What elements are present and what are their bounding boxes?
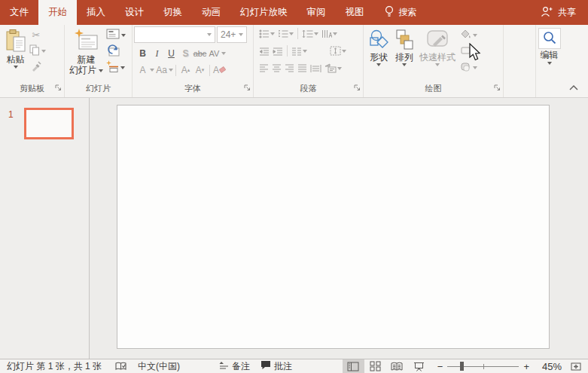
arrange-button[interactable]: 排列: [391, 26, 417, 66]
collapse-ribbon-button[interactable]: [569, 82, 578, 93]
font-name-dropdown-arrow-icon[interactable]: [207, 33, 212, 36]
quick-styles-button[interactable]: 快速样式: [417, 26, 458, 66]
decrease-indent-button[interactable]: [257, 44, 271, 59]
comments-button[interactable]: 批注: [260, 360, 292, 373]
decrease-font-size-button[interactable]: A▾: [193, 63, 207, 78]
slide-number: 1: [8, 109, 14, 120]
tab-transitions[interactable]: 切换: [154, 0, 192, 25]
change-case-dropdown-arrow-icon[interactable]: [169, 69, 173, 72]
text-direction-button[interactable]: [320, 26, 339, 41]
normal-view-button[interactable]: [343, 359, 364, 373]
font-size-combobox[interactable]: 24+: [217, 26, 247, 43]
search-box[interactable]: 搜索: [374, 0, 427, 25]
tab-design[interactable]: 设计: [115, 0, 154, 25]
bullets-button[interactable]: [257, 26, 276, 41]
tab-animations[interactable]: 动画: [192, 0, 230, 25]
font-dialog-launcher-icon[interactable]: [244, 83, 251, 93]
shapes-button[interactable]: 形状: [366, 26, 391, 66]
spell-check-button[interactable]: [115, 362, 126, 371]
align-right-button[interactable]: [283, 61, 296, 76]
increase-indent-button[interactable]: [271, 44, 285, 59]
search-magnifier-icon: [542, 30, 557, 47]
line-spacing-button[interactable]: [300, 26, 320, 41]
zoom-out-button[interactable]: −: [437, 361, 443, 372]
align-left-button[interactable]: [257, 61, 270, 76]
copy-dropdown-arrow-icon[interactable]: [41, 50, 46, 53]
text-direction-dropdown-arrow-icon[interactable]: [333, 32, 337, 35]
columns-dropdown-arrow-icon[interactable]: [303, 50, 307, 53]
smartart-dropdown-arrow-icon[interactable]: [337, 67, 342, 70]
section-button[interactable]: [106, 60, 119, 75]
increase-font-size-button[interactable]: A▴: [178, 63, 193, 78]
shapes-dropdown-arrow-icon[interactable]: [376, 63, 381, 66]
numbering-button[interactable]: [276, 26, 295, 41]
clear-formatting-button[interactable]: A: [212, 63, 227, 78]
distribute-text-button[interactable]: [309, 61, 323, 76]
cut-button[interactable]: ✂: [29, 28, 44, 42]
layout-dropdown-arrow-icon[interactable]: [121, 34, 126, 37]
clipboard-dialog-launcher-icon[interactable]: [55, 83, 62, 93]
bullets-dropdown-arrow-icon[interactable]: [270, 32, 275, 35]
align-text-button[interactable]: [328, 44, 348, 59]
underline-button[interactable]: U: [164, 46, 178, 61]
quick-styles-dropdown-arrow-icon[interactable]: [435, 63, 440, 66]
zoom-in-button[interactable]: +: [523, 361, 529, 372]
font-size-dropdown-arrow-icon[interactable]: [239, 33, 243, 36]
new-slide-button[interactable]: 新建 幻灯片: [67, 26, 105, 75]
tab-home[interactable]: 开始: [38, 0, 77, 25]
fit-to-window-button[interactable]: [571, 362, 581, 371]
align-text-dropdown-arrow-icon[interactable]: [342, 50, 346, 53]
slide-thumbnail-1[interactable]: [24, 108, 74, 139]
drawing-dialog-launcher-icon[interactable]: [494, 83, 501, 93]
align-center-button[interactable]: [270, 61, 283, 76]
bold-button[interactable]: B: [136, 46, 150, 61]
language-button[interactable]: 中文(中国): [138, 360, 180, 373]
slide-layout-button[interactable]: [106, 29, 120, 41]
arrange-dropdown-arrow-icon[interactable]: [402, 63, 407, 66]
slide-canvas[interactable]: [117, 105, 550, 349]
numbering-dropdown-arrow-icon[interactable]: [289, 32, 294, 35]
copy-button[interactable]: [29, 44, 40, 58]
text-shadow-button[interactable]: S: [178, 46, 193, 61]
zoom-slider-thumb[interactable]: [460, 362, 464, 371]
italic-button[interactable]: I: [150, 46, 164, 61]
zoom-slider[interactable]: [447, 359, 519, 373]
shape-fill-dropdown-arrow-icon[interactable]: [473, 34, 477, 37]
font-color-button[interactable]: A: [136, 63, 150, 78]
character-spacing-button[interactable]: AV: [207, 46, 221, 61]
format-painter-button[interactable]: [29, 60, 44, 75]
reset-slide-button[interactable]: [105, 44, 120, 59]
shape-effects-dropdown-arrow-icon[interactable]: [473, 66, 477, 69]
ribbon-tab-bar: 文件 开始 插入 设计 切换 动画 幻灯片放映 审阅 视图 搜索 共享: [0, 0, 588, 25]
notes-button[interactable]: 备注: [219, 360, 250, 373]
slide-sorter-view-button[interactable]: [364, 359, 386, 373]
scissors-icon: ✂: [32, 29, 41, 41]
tab-insert[interactable]: 插入: [77, 0, 115, 25]
share-button[interactable]: 共享: [529, 0, 588, 25]
tab-file[interactable]: 文件: [0, 0, 38, 25]
columns-button[interactable]: [290, 44, 309, 59]
tab-review[interactable]: 审阅: [297, 0, 336, 25]
tab-view[interactable]: 视图: [336, 0, 374, 25]
editing-dropdown-arrow-icon[interactable]: [547, 62, 552, 65]
zoom-level[interactable]: 45%: [537, 361, 562, 372]
font-name-combobox[interactable]: [134, 26, 215, 43]
slide-thumbnail-panel: 1: [0, 98, 90, 359]
strikethrough-button[interactable]: abc: [193, 46, 207, 61]
new-slide-dropdown-arrow-icon[interactable]: [99, 69, 103, 72]
paste-dropdown-arrow-icon[interactable]: [14, 66, 18, 69]
paste-button[interactable]: 粘贴: [2, 26, 29, 69]
slide-counter[interactable]: 幻灯片 第 1 张，共 1 张: [7, 360, 102, 373]
justify-button[interactable]: [296, 61, 309, 76]
change-case-button[interactable]: Aa: [154, 63, 169, 78]
line-spacing-dropdown-arrow-icon[interactable]: [314, 32, 318, 35]
paragraph-dialog-launcher-icon[interactable]: [354, 83, 361, 93]
reading-view-button[interactable]: [386, 359, 408, 373]
convert-to-smartart-button[interactable]: [323, 61, 343, 76]
section-dropdown-arrow-icon[interactable]: [120, 66, 125, 69]
slideshow-view-button[interactable]: [408, 359, 430, 373]
editing-button[interactable]: 编辑: [510, 28, 588, 65]
shape-fill-button[interactable]: [460, 29, 471, 41]
tab-slideshow[interactable]: 幻灯片放映: [230, 0, 297, 25]
character-spacing-dropdown-arrow-icon[interactable]: [221, 52, 226, 55]
